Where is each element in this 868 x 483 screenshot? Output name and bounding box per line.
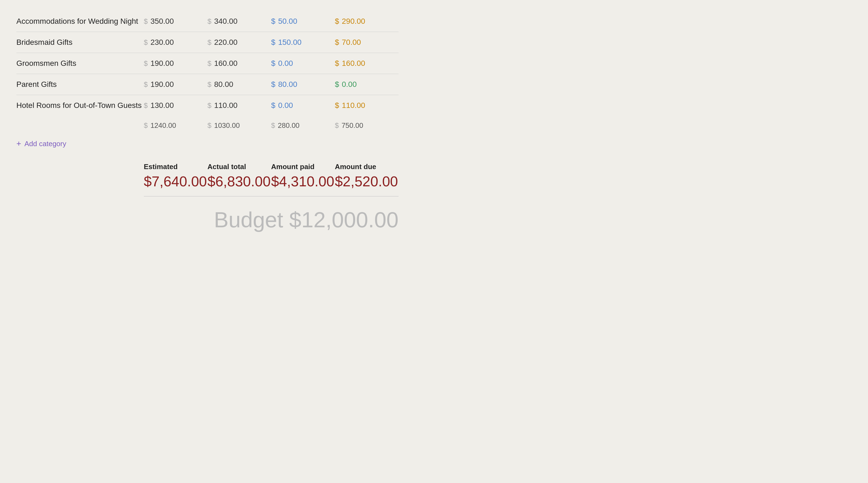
estimated-cell: $ 230.00	[144, 38, 208, 47]
dollar-icon: $	[271, 80, 275, 89]
actual-cell: $ 110.00	[208, 101, 271, 110]
dollar-icon: $	[335, 59, 339, 68]
actual-cell: $ 220.00	[208, 38, 271, 47]
category-name: Hotel Rooms for Out-of-Town Guests	[17, 101, 144, 110]
due-value: 290.00	[342, 17, 365, 26]
actual-cell: $ 340.00	[208, 17, 271, 26]
dollar-icon: $	[271, 17, 275, 26]
dollar-icon: $	[144, 80, 148, 89]
dollar-icon: $	[335, 101, 339, 110]
summary-estimated: Estimated $7,640.00	[144, 163, 208, 190]
estimated-value: 350.00	[150, 17, 174, 26]
estimated-cell: $ 190.00	[144, 59, 208, 68]
actual-value: 220.00	[214, 38, 238, 47]
estimated-value: 130.00	[150, 101, 174, 110]
dollar-icon: $	[144, 38, 148, 47]
dollar-icon: $	[208, 17, 211, 26]
estimated-value: $7,640.00	[144, 173, 208, 190]
subtotal-paid: $ 280.00	[271, 121, 335, 130]
paid-cell: $ 50.00	[271, 17, 335, 26]
budget-footer: Budget $12,000.00	[17, 202, 399, 238]
due-value: 110.00	[342, 101, 365, 110]
summary-section: Estimated $7,640.00 Actual total $6,830.…	[17, 157, 399, 195]
table-row: Accommodations for Wedding Night $ 350.0…	[17, 11, 399, 32]
paid-cell: $ 0.00	[271, 101, 335, 110]
paid-value: 0.00	[278, 101, 293, 110]
subtotal-actual: $ 1030.00	[208, 121, 271, 130]
dollar-icon: $	[208, 101, 211, 110]
actual-cell: $ 160.00	[208, 59, 271, 68]
table-row: Parent Gifts $ 190.00 $ 80.00 $ 80.00 $ …	[17, 74, 399, 95]
due-cell: $ 70.00	[335, 38, 399, 47]
dollar-icon: $	[208, 121, 211, 130]
dollar-icon: $	[144, 59, 148, 68]
paid-value: 80.00	[278, 80, 297, 89]
dollar-icon: $	[271, 38, 275, 47]
due-value: 0.00	[342, 80, 357, 89]
due-cell: $ 290.00	[335, 17, 399, 26]
paid-value: $4,310.00	[271, 173, 335, 190]
dollar-icon: $	[144, 17, 148, 26]
actual-value: 340.00	[214, 17, 238, 26]
due-value: $2,520.00	[335, 173, 399, 190]
add-category-button[interactable]: + Add category	[17, 133, 399, 157]
summary-paid: Amount paid $4,310.00	[271, 163, 335, 190]
actual-label: Actual total	[208, 163, 271, 171]
estimated-label: Estimated	[144, 163, 208, 171]
table-row: Bridesmaid Gifts $ 230.00 $ 220.00 $ 150…	[17, 32, 399, 53]
dollar-icon: $	[271, 121, 275, 130]
dollar-icon: $	[144, 101, 148, 110]
dollar-icon: $	[208, 38, 211, 47]
due-value: 160.00	[342, 59, 365, 68]
actual-value: 110.00	[214, 101, 238, 110]
due-cell: $ 110.00	[335, 101, 399, 110]
category-name: Parent Gifts	[17, 80, 144, 89]
dollar-icon: $	[271, 101, 275, 110]
estimated-value: 190.00	[150, 59, 174, 68]
actual-value: $6,830.00	[208, 173, 271, 190]
due-value: 70.00	[342, 38, 361, 47]
dollar-icon: $	[271, 59, 275, 68]
summary-due: Amount due $2,520.00	[335, 163, 399, 190]
actual-value: 80.00	[214, 80, 233, 89]
subtotal-due: $ 750.00	[335, 121, 399, 130]
plus-icon: +	[17, 139, 21, 148]
category-name: Accommodations for Wedding Night	[17, 17, 144, 26]
category-name: Groomsmen Gifts	[17, 59, 144, 68]
estimated-value: 190.00	[150, 80, 174, 89]
divider-container	[17, 195, 399, 202]
budget-table: Accommodations for Wedding Night $ 350.0…	[17, 11, 399, 238]
add-category-label: Add category	[25, 140, 66, 148]
category-name: Bridesmaid Gifts	[17, 38, 144, 47]
due-cell: $ 160.00	[335, 59, 399, 68]
dollar-icon: $	[335, 38, 339, 47]
dollar-icon: $	[208, 80, 211, 89]
paid-cell: $ 0.00	[271, 59, 335, 68]
table-row: Groomsmen Gifts $ 190.00 $ 160.00 $ 0.00…	[17, 53, 399, 74]
actual-value: 160.00	[214, 59, 238, 68]
dollar-icon: $	[144, 121, 148, 130]
estimated-value: 230.00	[150, 38, 174, 47]
dollar-icon: $	[335, 80, 339, 89]
due-label: Amount due	[335, 163, 399, 171]
dollar-icon: $	[335, 17, 339, 26]
table-row: Hotel Rooms for Out-of-Town Guests $ 130…	[17, 95, 399, 116]
budget-total: Budget $12,000.00	[214, 207, 399, 232]
paid-label: Amount paid	[271, 163, 335, 171]
estimated-cell: $ 130.00	[144, 101, 208, 110]
due-cell: $ 0.00	[335, 80, 399, 89]
paid-cell: $ 150.00	[271, 38, 335, 47]
summary-actual: Actual total $6,830.00	[208, 163, 271, 190]
dollar-icon: $	[335, 121, 339, 130]
dollar-icon: $	[208, 59, 211, 68]
estimated-cell: $ 190.00	[144, 80, 208, 89]
subtotals-row: $ 1240.00 $ 1030.00 $ 280.00 $ 750.00	[17, 116, 399, 133]
actual-cell: $ 80.00	[208, 80, 271, 89]
paid-value: 150.00	[278, 38, 302, 47]
paid-cell: $ 80.00	[271, 80, 335, 89]
estimated-cell: $ 350.00	[144, 17, 208, 26]
subtotal-estimated: $ 1240.00	[144, 121, 208, 130]
paid-value: 0.00	[278, 59, 293, 68]
paid-value: 50.00	[278, 17, 297, 26]
